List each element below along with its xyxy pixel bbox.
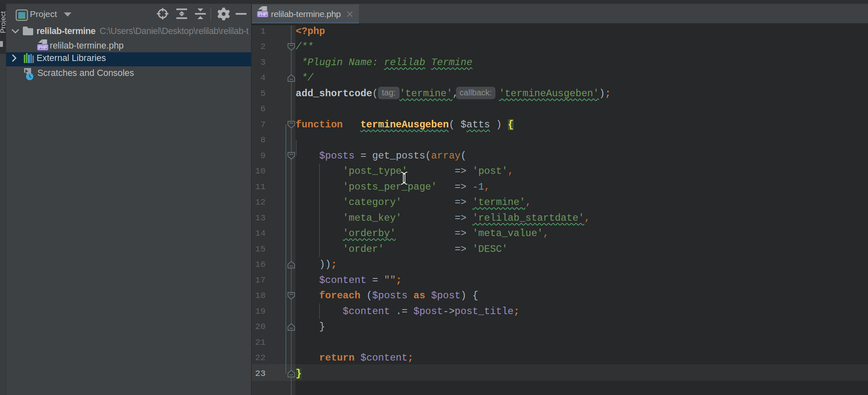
svg-text:PHP: PHP xyxy=(39,45,47,50)
svg-text:PHP: PHP xyxy=(258,12,267,17)
